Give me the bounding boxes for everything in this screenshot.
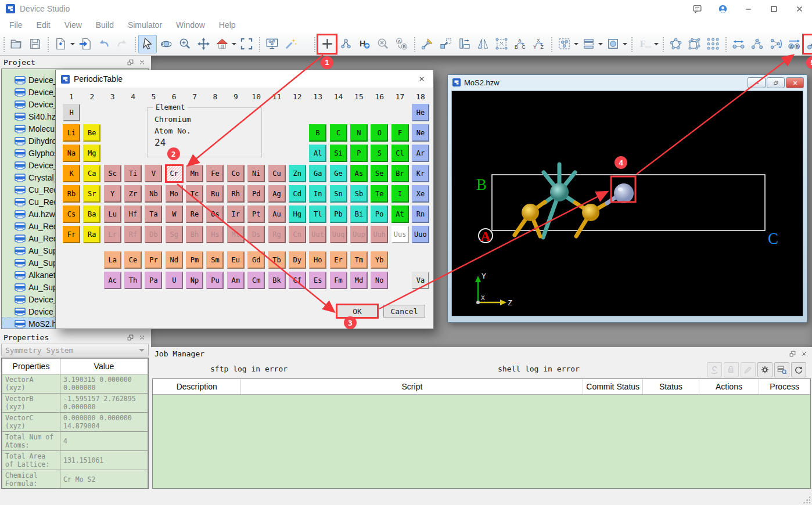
element-cn[interactable]: Cn <box>289 226 306 243</box>
dialog-close-button[interactable] <box>410 70 433 88</box>
element-sg[interactable]: Sg <box>166 226 183 243</box>
menu-item-file[interactable]: File <box>2 19 30 31</box>
redo-button[interactable] <box>113 35 131 53</box>
project-float-button[interactable] <box>125 57 135 67</box>
new-file-dropdown[interactable] <box>70 35 76 53</box>
element-cf[interactable]: Cf <box>289 272 306 289</box>
element-yb[interactable]: Yb <box>371 251 388 269</box>
viewer-minimize-button[interactable] <box>748 77 766 88</box>
element-md[interactable]: Md <box>350 272 368 289</box>
element-ru[interactable]: Ru <box>206 185 224 203</box>
element-es[interactable]: Es <box>309 272 326 289</box>
vector-a-to-b-button[interactable] <box>785 35 803 53</box>
element-o[interactable]: O <box>371 124 388 142</box>
bond-tool-button[interactable]: 5 <box>803 35 812 53</box>
viewer-3d-viewport[interactable]: B A C Y Z X <box>451 91 803 316</box>
select-mode-button[interactable] <box>138 35 157 53</box>
element-po[interactable]: Po <box>371 205 388 223</box>
sulfur-atom-2[interactable] <box>582 204 599 221</box>
element-bi[interactable]: Bi <box>350 205 368 223</box>
element-am[interactable]: Am <box>227 272 245 289</box>
menu-item-help[interactable]: Help <box>212 19 243 31</box>
menu-item-window[interactable]: Window <box>169 19 212 31</box>
scale-cell-button[interactable] <box>436 35 455 53</box>
force-field-dropdown[interactable] <box>653 35 659 53</box>
element-pd[interactable]: Pd <box>247 185 265 203</box>
element-ac[interactable]: Ac <box>104 272 121 289</box>
element-ra[interactable]: Ra <box>83 226 100 243</box>
element-bk[interactable]: Bk <box>268 272 286 289</box>
menu-item-view[interactable]: View <box>58 19 89 31</box>
element-sr[interactable]: Sr <box>83 185 100 203</box>
layer-builder-dropdown[interactable] <box>598 35 603 53</box>
element-uup[interactable]: Uup <box>350 226 368 243</box>
measure-dihedral-button[interactable] <box>766 35 785 53</box>
reset-view-dropdown[interactable] <box>231 35 237 53</box>
element-nd[interactable]: Nd <box>166 251 183 269</box>
align-layout-button[interactable] <box>455 35 473 53</box>
job-close-button[interactable] <box>799 349 809 358</box>
close-button[interactable] <box>786 0 812 17</box>
element-mt[interactable]: Mt <box>227 226 245 243</box>
element-p[interactable]: P <box>350 145 368 162</box>
pan-view-button[interactable] <box>194 35 213 53</box>
add-hydrogen-button[interactable] <box>355 35 373 53</box>
element-kr[interactable]: Kr <box>412 165 429 182</box>
element-ti[interactable]: Ti <box>124 165 142 182</box>
element-pb[interactable]: Pb <box>330 205 347 223</box>
element-ni[interactable]: Ni <box>247 165 265 182</box>
element-n[interactable]: N <box>350 124 368 142</box>
draw-bond-button[interactable] <box>418 35 436 53</box>
swap-axes-xyz-button[interactable] <box>529 35 548 53</box>
element-hg[interactable]: Hg <box>289 205 306 223</box>
relabel-atoms-button[interactable] <box>392 35 411 53</box>
ring-builder-button[interactable] <box>666 35 685 53</box>
element-uut[interactable]: Uut <box>309 226 326 243</box>
element-rb[interactable]: Rb <box>63 185 80 203</box>
fit-selection-button[interactable] <box>237 35 256 53</box>
select-molecule-button[interactable] <box>555 35 573 53</box>
element-uuq[interactable]: Uuq <box>330 226 347 243</box>
element-lr[interactable]: Lr <box>104 226 121 243</box>
render-structure-button[interactable] <box>263 35 281 53</box>
element-ge[interactable]: Ge <box>330 165 347 182</box>
element-na[interactable]: Na <box>63 145 80 162</box>
element-al[interactable]: Al <box>309 145 326 162</box>
import-file-button[interactable] <box>76 35 94 53</box>
measure-angle-button[interactable] <box>748 35 766 53</box>
job-settings-button[interactable] <box>757 362 773 377</box>
swap-axes-abc-button[interactable] <box>511 35 529 53</box>
menu-item-simulator[interactable]: Simulator <box>121 19 169 31</box>
new-file-button[interactable] <box>51 35 70 53</box>
undo-button[interactable] <box>94 35 113 53</box>
element-ba[interactable]: Ba <box>83 205 100 223</box>
element-rg[interactable]: Rg <box>268 226 286 243</box>
user-account-icon[interactable] <box>710 0 735 17</box>
element-ce[interactable]: Ce <box>124 251 142 269</box>
element-te[interactable]: Te <box>371 185 388 203</box>
element-ds[interactable]: Ds <box>247 226 265 243</box>
element-cu[interactable]: Cu <box>268 165 286 182</box>
element-cr[interactable]: Cr2 <box>166 165 183 182</box>
force-field-button[interactable] <box>635 35 653 53</box>
crystal-builder-button[interactable] <box>685 35 703 53</box>
element-k[interactable]: K <box>63 165 80 182</box>
resize-grip-icon[interactable] <box>803 496 810 503</box>
save-button[interactable] <box>26 35 44 53</box>
element-db[interactable]: Db <box>145 226 162 243</box>
element-co[interactable]: Co <box>227 165 245 182</box>
element-v[interactable]: V <box>145 165 162 182</box>
ok-button[interactable]: OK 3 <box>337 305 378 318</box>
element-sc[interactable]: Sc <box>104 165 121 182</box>
element-os[interactable]: Os <box>206 205 224 223</box>
cell-tools-button[interactable] <box>603 35 622 53</box>
element-as[interactable]: As <box>350 165 368 182</box>
layer-builder-button[interactable] <box>579 35 598 53</box>
element-tb[interactable]: Tb <box>268 251 286 269</box>
element-in[interactable]: In <box>309 185 326 203</box>
menu-item-edit[interactable]: Edit <box>30 19 58 31</box>
element-lu[interactable]: Lu <box>104 205 121 223</box>
element-er[interactable]: Er <box>330 251 347 269</box>
element-zr[interactable]: Zr <box>124 185 142 203</box>
element-br[interactable]: Br <box>391 165 409 182</box>
